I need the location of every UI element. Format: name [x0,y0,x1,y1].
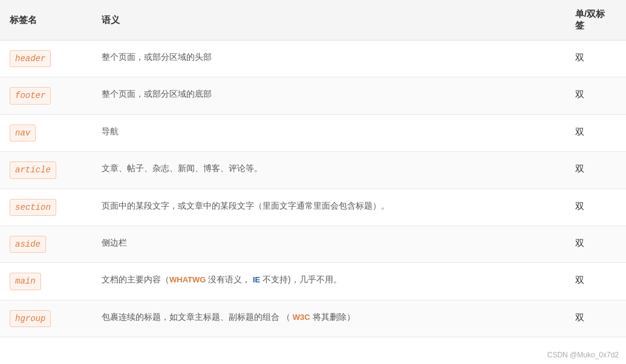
type-cell: 双 [566,41,626,77]
watermark: CSDN @Muko_0x7d2 [547,351,619,359]
type-cell: 双 [566,189,626,226]
tag-cell: article [0,152,92,189]
highlight-blue: IE [250,275,260,284]
main-container: 标签名 语义 单/双标 签 header整个页面，或部分区域的头部双footer… [0,0,626,364]
highlight-orange: W3C [293,313,310,322]
type-cell: 双 [566,300,626,337]
tag-cell: section [0,189,92,226]
tag-cell: hgroup [0,300,92,337]
tag-badge: footer [10,87,51,104]
highlight-orange: WHATWG [169,275,206,284]
tag-cell: nav [0,114,92,151]
tag-cell: aside [0,226,92,262]
table-header-row: 标签名 语义 单/双标 签 [0,0,626,41]
tag-cell: main [0,263,92,300]
header-single-double: 单/双标 签 [566,0,626,41]
table-body: header整个页面，或部分区域的头部双footer整个页面，或部分区域的底部双… [0,41,626,337]
meaning-cell: 整个页面，或部分区域的底部 [92,77,566,114]
tag-badge: aside [10,236,46,253]
table-row: nav导航双 [0,114,626,151]
table-row: header整个页面，或部分区域的头部双 [0,41,626,77]
meaning-cell: 整个页面，或部分区域的头部 [92,41,566,77]
html-tags-table: 标签名 语义 单/双标 签 header整个页面，或部分区域的头部双footer… [0,0,626,337]
type-cell: 双 [566,77,626,114]
header-meaning: 语义 [92,0,566,41]
header-tag-name: 标签名 [0,0,92,41]
type-cell: 双 [566,226,626,262]
tag-badge: nav [10,125,36,141]
meaning-cell: 导航 [92,114,566,151]
meaning-cell: 文章、帖子、杂志、新闻、博客、评论等。 [92,152,566,189]
table-row: main文档的主要内容（WHATWG 没有语义， IE 不支持)，几乎不用。双 [0,263,626,300]
tag-badge: article [10,161,56,178]
tag-badge: section [10,199,56,216]
tag-badge: header [10,50,51,67]
tag-cell: footer [0,77,92,114]
meaning-cell: 侧边栏 [92,226,566,262]
meaning-cell: 页面中的某段文字，或文章中的某段文字（里面文字通常里面会包含标题）。 [92,189,566,226]
meaning-cell: 文档的主要内容（WHATWG 没有语义， IE 不支持)，几乎不用。 [92,263,566,300]
meaning-cell: 包裹连续的标题，如文章主标题、副标题的组合 （ W3C 将其删除） [92,300,566,337]
table-row: aside侧边栏双 [0,226,626,262]
tag-badge: hgroup [10,310,51,327]
table-row: section页面中的某段文字，或文章中的某段文字（里面文字通常里面会包含标题）… [0,189,626,226]
table-row: hgroup包裹连续的标题，如文章主标题、副标题的组合 （ W3C 将其删除）双 [0,300,626,337]
table-row: article文章、帖子、杂志、新闻、博客、评论等。双 [0,152,626,189]
table-row: footer整个页面，或部分区域的底部双 [0,77,626,114]
type-cell: 双 [566,114,626,151]
tag-badge: main [10,273,41,290]
type-cell: 双 [566,152,626,189]
type-cell: 双 [566,263,626,300]
tag-cell: header [0,41,92,77]
